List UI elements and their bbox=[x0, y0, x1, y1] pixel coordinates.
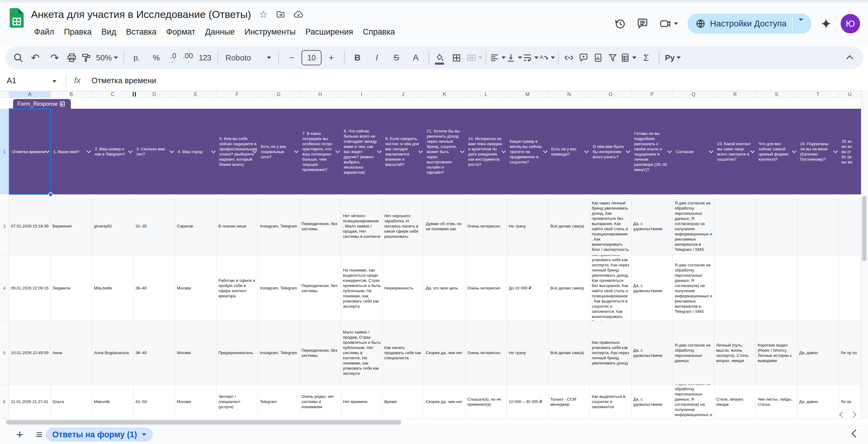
cell-J5[interactable]: Как начать продавать себя как специалист… bbox=[383, 321, 424, 384]
percent-format-button[interactable]: % bbox=[147, 49, 166, 66]
cell-D6[interactable]: 41–50 bbox=[134, 384, 175, 419]
menu-правка[interactable]: Правка bbox=[59, 26, 96, 39]
undo-button[interactable]: ↶ bbox=[26, 49, 45, 66]
horizontal-scrollbar-thumb[interactable] bbox=[6, 420, 401, 424]
cell-R6[interactable]: Стиль, визуал, имидж bbox=[715, 384, 756, 419]
avatar[interactable]: Ю bbox=[841, 14, 860, 33]
filter-button[interactable] bbox=[606, 49, 620, 66]
redo-button[interactable]: ↷ bbox=[45, 49, 64, 66]
fill-handle[interactable] bbox=[48, 192, 53, 197]
spreadsheet-grid[interactable]: ABCDEFGHIJKLMNOPQRSTUForm_Responses13456… bbox=[0, 91, 861, 419]
cell-S5[interactable]: Короткие видео (Reels / Shorts), Личные … bbox=[756, 321, 798, 384]
gemini-sparkle-icon[interactable] bbox=[819, 17, 833, 30]
cell-M4[interactable]: До 10 000 ₽ bbox=[507, 255, 549, 321]
column-header-D[interactable]: D bbox=[134, 91, 175, 98]
input-tools-button[interactable]: Ру bbox=[662, 49, 683, 66]
cell-I4[interactable]: Не понимаю, как выделиться среди конкуре… bbox=[341, 255, 383, 321]
font-select[interactable]: Roboto bbox=[221, 49, 275, 66]
text-wrap-caret-icon[interactable] bbox=[534, 57, 538, 59]
column-header-G[interactable]: G bbox=[258, 91, 300, 98]
cell-G4[interactable]: Instagram, Telegram bbox=[258, 255, 300, 321]
sheet-tab-active[interactable]: Ответы на форму (1) bbox=[45, 428, 153, 442]
horizontal-align-caret-icon[interactable] bbox=[501, 57, 506, 59]
cell-L3[interactable]: Очень интересно bbox=[466, 197, 507, 255]
cell-J4[interactable]: Неуверенность bbox=[383, 255, 424, 321]
merge-caret-icon[interactable] bbox=[478, 57, 483, 59]
text-rotation-button[interactable]: A bbox=[538, 49, 555, 66]
column-header-H[interactable]: H bbox=[300, 91, 341, 98]
cell-R1[interactable]: 23. Какой контент вы сами чаще всего смо… bbox=[715, 109, 756, 194]
cell-M6[interactable]: 10 000 – 30 000 ₽ bbox=[507, 384, 549, 419]
cell-I3[interactable]: Нет чёткого позиционирования , Мало заяв… bbox=[341, 197, 383, 255]
cell-E1[interactable]: 4. Ваш город bbox=[175, 109, 217, 194]
cell-H5[interactable]: Периодически, без системы bbox=[300, 321, 341, 384]
cell-K1[interactable]: 21. Хотели бы вы увеличить доход через л… bbox=[424, 109, 466, 194]
text-wrap-button[interactable] bbox=[522, 49, 538, 66]
cell-S6[interactable]: Чек-листы, гайды, статьи bbox=[756, 384, 798, 419]
cell-O4[interactable]: Как правильно упаковать себя как эксперт… bbox=[590, 255, 631, 321]
cell-H1[interactable]: 7. В каких ситуациях вы особенно остро ч… bbox=[300, 109, 341, 194]
menu-справка[interactable]: Справка bbox=[358, 26, 400, 39]
vertical-scrollbar-thumb[interactable] bbox=[862, 196, 866, 261]
column-header-Q[interactable]: Q bbox=[673, 91, 715, 98]
cell-L4[interactable]: Очень интересно bbox=[466, 255, 507, 321]
menu-данные[interactable]: Данные bbox=[200, 26, 240, 39]
text-rotation-caret-icon[interactable] bbox=[551, 57, 555, 59]
cell-L1[interactable]: 14. Интересна ли вам тема имиджа и архет… bbox=[466, 109, 507, 194]
font-size-input[interactable]: 10 bbox=[302, 49, 321, 66]
table-views-button[interactable] bbox=[620, 49, 637, 66]
cell-M5[interactable]: Не трачу bbox=[507, 321, 549, 384]
cell-E5[interactable]: Москва bbox=[175, 321, 217, 384]
insert-comment-button[interactable] bbox=[576, 49, 591, 66]
cell-J6[interactable]: Время bbox=[383, 384, 424, 419]
currency-format-button[interactable]: р. bbox=[127, 49, 147, 66]
cell-E4[interactable]: Москва bbox=[175, 255, 217, 321]
column-drag-indicator[interactable] bbox=[133, 92, 136, 97]
cell-L5[interactable]: Очень интересно bbox=[466, 321, 507, 384]
cell-F3[interactable]: В поиске ниши bbox=[217, 197, 258, 255]
cell-N3[interactable]: Всё делаю сам(а) bbox=[549, 197, 590, 255]
menu-инструменты[interactable]: Инструменты bbox=[240, 26, 300, 39]
merge-cells-button[interactable] bbox=[466, 49, 483, 66]
row-header-5[interactable]: 5 bbox=[0, 321, 9, 384]
cell-A1[interactable]: Отметка времени bbox=[9, 109, 51, 194]
column-header-S[interactable]: S bbox=[756, 91, 798, 98]
cell-F5[interactable]: Предприниматель bbox=[217, 321, 258, 384]
cell-E3[interactable]: Саратов bbox=[175, 197, 217, 255]
text-color-button[interactable]: A bbox=[406, 49, 426, 66]
cell-L6[interactable]: Слышал(а), но не применял(а) bbox=[466, 384, 507, 419]
cell-T3[interactable] bbox=[798, 197, 839, 255]
italic-button[interactable]: I bbox=[367, 49, 386, 66]
number-format-button[interactable]: 123 bbox=[195, 49, 215, 66]
increase-font-size-button[interactable]: + bbox=[321, 49, 341, 66]
column-header-A[interactable]: A bbox=[9, 91, 51, 98]
cell-R4[interactable] bbox=[715, 255, 756, 321]
video-call-icon[interactable] bbox=[658, 16, 680, 31]
collapse-toolbar-button[interactable] bbox=[842, 49, 857, 66]
cell-Q5[interactable]: Я даю согласие на обработку персональных… bbox=[673, 321, 715, 384]
cell-E6[interactable]: Москва bbox=[175, 384, 217, 419]
cell-S1[interactable]: Что для вас сейчас самый ценный формат к… bbox=[756, 109, 798, 194]
cell-Q1[interactable]: Согласие bbox=[673, 109, 715, 194]
cell-F4[interactable]: Работаю в офисе и пробую себя в сфере ко… bbox=[217, 255, 258, 321]
fill-color-button[interactable] bbox=[432, 49, 447, 66]
cell-U4[interactable] bbox=[839, 255, 861, 321]
cell-B4[interactable]: Людмила bbox=[51, 255, 92, 321]
cell-B5[interactable]: Анна bbox=[51, 321, 92, 384]
cell-D5[interactable]: 36–40 bbox=[134, 321, 175, 384]
cell-F6[interactable]: Эксперт / специалист (услуги) bbox=[217, 384, 258, 419]
column-header-P[interactable]: P bbox=[631, 91, 673, 98]
column-header-L[interactable]: L bbox=[466, 91, 507, 98]
version-history-icon[interactable] bbox=[613, 16, 627, 31]
cell-D3[interactable]: 31–35 bbox=[134, 197, 175, 255]
sheets-logo-icon[interactable] bbox=[8, 7, 25, 29]
row-header-6[interactable]: 6 bbox=[0, 384, 9, 419]
column-header-R[interactable]: R bbox=[715, 91, 756, 98]
cell-Q6[interactable]: Я даю согласие на обработку персональных… bbox=[673, 384, 715, 419]
cell-U1[interactable]: 25 зн мо ко ва от бо (м вы ва bbox=[839, 109, 861, 194]
column-header-I[interactable]: I bbox=[341, 91, 383, 98]
cell-B6[interactable]: Ольга bbox=[51, 384, 92, 419]
menu-расширения[interactable]: Расширения bbox=[301, 26, 358, 39]
cell-H6[interactable]: Очень редко, нет системы и понимания bbox=[300, 384, 341, 419]
row-header-3[interactable]: 3 bbox=[0, 197, 9, 255]
